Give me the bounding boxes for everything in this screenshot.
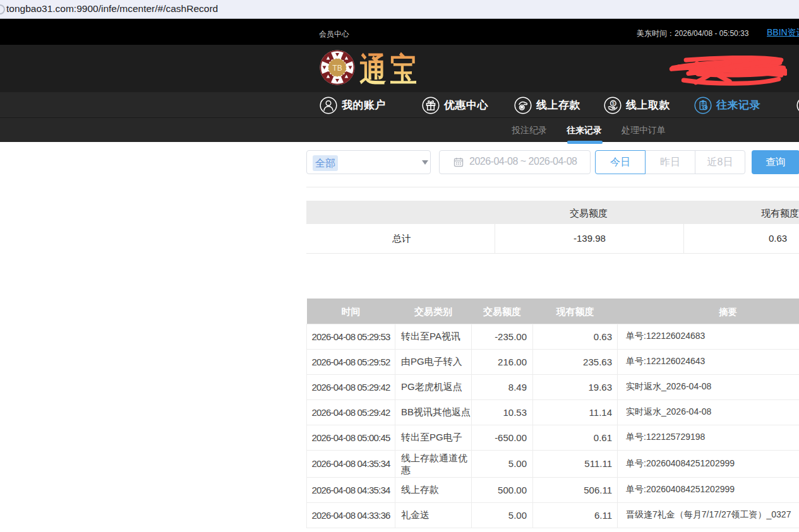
svg-text:TB: TB <box>332 64 342 73</box>
